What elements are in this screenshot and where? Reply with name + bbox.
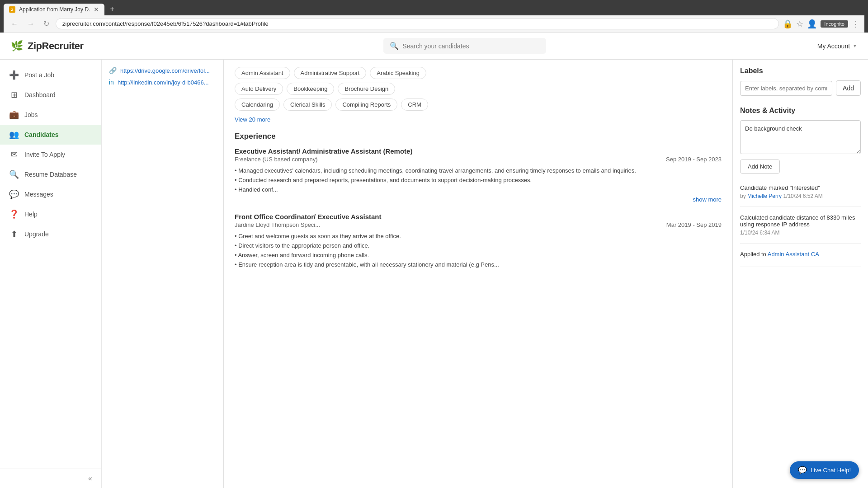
logo-icon: 🌿: [11, 40, 23, 52]
labels-add-button[interactable]: Add: [836, 80, 861, 96]
linkedin-icon: in: [109, 79, 114, 86]
activity-item-2: Calculated candidate distance of 8330 mi…: [740, 214, 861, 244]
jobs-icon: 💼: [9, 110, 19, 120]
tags-row-3: Calendaring Clerical Skills Compiling Re…: [235, 99, 722, 111]
sidebar-item-candidates[interactable]: 👥 Candidates: [0, 125, 101, 145]
exp-dates-1: Sep 2019 - Sep 2023: [666, 156, 722, 163]
labels-input-row: Add: [740, 80, 861, 96]
activity-author-link-1[interactable]: Michelle Perry: [747, 193, 782, 199]
sidebar-item-jobs[interactable]: 💼 Jobs: [0, 105, 101, 125]
notes-section: Notes & Activity Do background check Add…: [740, 107, 861, 174]
content-area: ➕ Post a Job ⊞ Dashboard 💼 Jobs 👥 Candid…: [0, 60, 868, 488]
linkedin-link-item: in http://linkedin.com/in/joy-d-b0466...: [109, 79, 216, 86]
drive-link[interactable]: https://drive.google.com/drive/fol...: [120, 67, 210, 74]
logo-area: 🌿 ZipRecruiter: [11, 40, 113, 52]
tag-bookkeeping[interactable]: Bookkeeping: [287, 83, 334, 95]
exp-company-2: Jardine Lloyd Thompson Speci...: [235, 221, 320, 228]
tab-close-button[interactable]: ✕: [94, 6, 99, 13]
sidebar-item-label: Messages: [24, 191, 53, 198]
activity-item-3: Applied to Admin Assistant CA: [740, 251, 861, 267]
view-more-link[interactable]: View 20 more: [235, 114, 270, 125]
activity-meta-1: by Michelle Perry 1/10/24 6:52 AM: [740, 193, 861, 199]
tag-calendaring[interactable]: Calendaring: [235, 99, 280, 111]
logo-text: ZipRecruiter: [28, 40, 84, 52]
bullet-1-1: • Managed executives' calendars, includi…: [235, 166, 722, 176]
tag-brochure-design[interactable]: Brochure Design: [338, 83, 395, 95]
experience-section: Experience Executive Assistant/ Administ…: [235, 132, 722, 270]
post-job-icon: ➕: [9, 70, 19, 80]
collapse-button[interactable]: «: [88, 474, 92, 483]
labels-input[interactable]: [740, 81, 832, 96]
forward-button[interactable]: →: [24, 19, 37, 29]
applied-to-link[interactable]: Admin Assistant CA: [768, 251, 819, 258]
reload-button[interactable]: ↻: [41, 19, 52, 29]
search-bar[interactable]: 🔍: [383, 38, 546, 54]
help-icon: ❓: [9, 209, 19, 219]
live-chat-button[interactable]: 💬 Live Chat Help!: [790, 461, 859, 479]
notes-textarea[interactable]: Do background check: [740, 120, 861, 154]
bullet-2-3: • Answer, screen and forward incoming ph…: [235, 251, 722, 260]
experience-item-2: Front Office Coordinator/ Executive Assi…: [235, 213, 722, 269]
notes-title: Notes & Activity: [740, 107, 861, 115]
sidebar-item-resume-database[interactable]: 🔍 Resume Database: [0, 164, 101, 184]
dashboard-icon: ⊞: [9, 90, 19, 100]
sidebar-nav: ➕ Post a Job ⊞ Dashboard 💼 Jobs 👥 Candid…: [0, 60, 101, 469]
bullet-2-1: • Greet and welcome guests as soon as th…: [235, 232, 722, 241]
tag-crm[interactable]: CRM: [401, 99, 428, 111]
sidebar-item-label: Post a Job: [24, 71, 54, 79]
browser-icons: 🔒 ☆ 👤 Incognito ⋮: [783, 19, 860, 29]
experience-title: Experience: [235, 132, 722, 141]
sidebar-item-upgrade[interactable]: ⬆ Upgrade: [0, 224, 101, 244]
drive-icon: 🔗: [109, 67, 117, 74]
sidebar: ➕ Post a Job ⊞ Dashboard 💼 Jobs 👥 Candid…: [0, 60, 102, 488]
url-input[interactable]: [62, 20, 772, 27]
bullet-1-3: • Handled conf...: [235, 185, 722, 195]
drive-link-item: 🔗 https://drive.google.com/drive/fol...: [109, 67, 216, 74]
tag-admin-assistant[interactable]: Admin Assistant: [235, 67, 290, 79]
bullet-2-2: • Direct visitors to the appropriate per…: [235, 241, 722, 251]
invite-icon: ✉: [9, 150, 19, 160]
tag-administrative-support[interactable]: Administrative Support: [294, 67, 367, 79]
back-button[interactable]: ←: [8, 19, 21, 29]
tag-compiling-reports[interactable]: Compiling Reports: [335, 99, 397, 111]
linkedin-link[interactable]: http://linkedin.com/in/joy-d-b0466...: [118, 79, 209, 86]
labels-section: Labels Add: [740, 67, 861, 96]
left-panel: 🔗 https://drive.google.com/drive/fol... …: [102, 60, 224, 488]
sidebar-item-label: Resume Database: [24, 171, 77, 178]
exp-meta-1: Freelance (US based company) Sep 2019 - …: [235, 156, 722, 163]
sidebar-item-messages[interactable]: 💬 Messages: [0, 184, 101, 204]
exp-bullets-2: • Greet and welcome guests as soon as th…: [235, 232, 722, 269]
sidebar-item-dashboard[interactable]: ⊞ Dashboard: [0, 85, 101, 105]
exp-meta-2: Jardine Lloyd Thompson Speci... Mar 2019…: [235, 221, 722, 228]
right-panel: Labels Add Notes & Activity Do backgroun…: [732, 60, 868, 488]
activity-timestamp-1: 1/10/24 6:52 AM: [783, 193, 822, 199]
exp-title-2: Front Office Coordinator/ Executive Assi…: [235, 213, 722, 221]
activity-text-2: Calculated candidate distance of 8330 mi…: [740, 214, 861, 228]
tag-arabic-speaking[interactable]: Arabic Speaking: [370, 67, 426, 79]
profile-icon[interactable]: 👤: [807, 19, 817, 29]
tags-section: Admin Assistant Administrative Support A…: [235, 67, 722, 125]
tag-clerical-skills[interactable]: Clerical Skills: [283, 99, 332, 111]
sidebar-item-label: Invite To Apply: [24, 151, 65, 158]
show-more-1[interactable]: show more: [235, 196, 722, 203]
tag-auto-delivery[interactable]: Auto Delivery: [235, 83, 283, 95]
sidebar-item-help[interactable]: ❓ Help: [0, 204, 101, 224]
sidebar-item-post-a-job[interactable]: ➕ Post a Job: [0, 65, 101, 85]
bookmark-icon[interactable]: ☆: [796, 19, 803, 29]
sidebar-item-invite-to-apply[interactable]: ✉ Invite To Apply: [0, 145, 101, 164]
app-body: 🌿 ZipRecruiter 🔍 My Account ▼ ➕ Post a J…: [0, 33, 868, 488]
my-account-button[interactable]: My Account ▼: [817, 42, 857, 50]
activity-items: Candidate marked "Interested" by Michell…: [740, 184, 861, 267]
resume-icon: 🔍: [9, 169, 19, 179]
menu-icon[interactable]: ⋮: [852, 19, 860, 29]
add-note-button[interactable]: Add Note: [740, 160, 780, 174]
sidebar-item-label: Upgrade: [24, 230, 49, 238]
search-input[interactable]: [402, 42, 540, 50]
active-tab[interactable]: Z Application from Marry Joy D. ✕: [4, 4, 104, 15]
incognito-badge: Incognito: [821, 20, 848, 28]
chat-icon: 💬: [798, 466, 807, 474]
activity-text-3: Applied to Admin Assistant CA: [740, 251, 861, 258]
new-tab-button[interactable]: +: [105, 3, 118, 15]
tags-row-2: Auto Delivery Bookkeeping Brochure Desig…: [235, 83, 722, 95]
address-bar[interactable]: [56, 18, 779, 29]
